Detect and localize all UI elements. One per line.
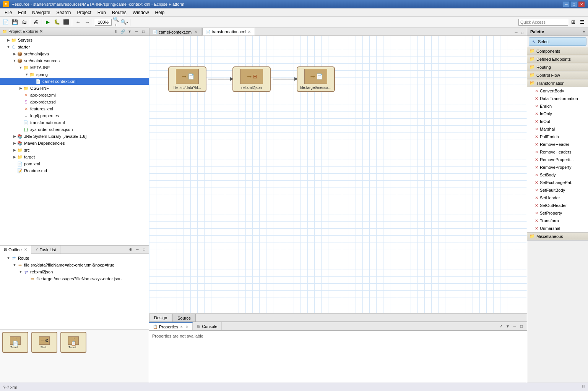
back-button[interactable]: ← <box>74 18 82 26</box>
maximize-panel-button[interactable]: □ <box>140 29 146 35</box>
views-button[interactable]: ☰ <box>578 18 586 26</box>
properties-menu-button[interactable]: ▼ <box>505 323 511 330</box>
tree-item-abc-order-xml[interactable]: ✕ abc-order.xml <box>0 92 149 99</box>
outline-menu-button[interactable]: ⚙ <box>127 247 133 253</box>
zoom-in-button[interactable]: 🔍+ <box>112 18 120 26</box>
outline-close-icon[interactable]: ✕ <box>24 247 27 252</box>
editor-tab-camel-context[interactable]: 📄 camel-context.xml ✕ <box>149 28 201 36</box>
flow-node-1[interactable]: → 📄 file:src/data?fil... <box>168 66 206 92</box>
panel-menu-button[interactable]: ▼ <box>127 29 133 35</box>
palette-item-marshal[interactable]: ✕ Marshal <box>527 125 588 133</box>
properties-maximize-button[interactable]: □ <box>518 323 525 330</box>
palette-item-data-transformation[interactable]: ✕ Data Transformation <box>527 95 588 102</box>
print-button[interactable]: 🖨 <box>32 18 40 26</box>
stop-button[interactable]: ⬛ <box>62 18 70 26</box>
properties-minimize-button[interactable]: ─ <box>512 323 518 330</box>
palette-item-inonly[interactable]: ✕ InOnly <box>527 110 588 118</box>
run-button[interactable]: ▶ <box>44 18 52 26</box>
tree-item-meta-inf[interactable]: ▼ 📁 META-INF <box>0 64 149 71</box>
palette-section-routing-header[interactable]: 📁 Routing <box>527 63 588 71</box>
perspective-button[interactable]: ⊞ <box>569 18 577 26</box>
outline-tab-tasklist[interactable]: ✓ Task List <box>31 246 60 254</box>
forward-button[interactable]: → <box>83 18 91 26</box>
console-tab[interactable]: 🖥 Console <box>193 322 221 330</box>
properties-tab-close[interactable]: ✕ <box>185 325 188 329</box>
palette-item-removeheader[interactable]: ✕ RemoveHeader <box>527 141 588 148</box>
minimize-button[interactable]: ─ <box>563 1 570 7</box>
source-tab[interactable]: Source <box>172 314 196 322</box>
design-tab[interactable]: Design <box>149 314 172 322</box>
link-with-editor-button[interactable]: 🔗 <box>120 29 126 35</box>
palette-section-control-flow-header[interactable]: 📁 Control Flow <box>527 71 588 79</box>
tree-item-target[interactable]: ▶ 📁 target <box>0 153 149 160</box>
editor-maximize-button[interactable]: □ <box>519 29 525 36</box>
palette-item-unmarshal[interactable]: ✕ Unmarshal <box>527 225 588 232</box>
new-button[interactable]: 📄 <box>2 18 10 26</box>
tree-item-xyz-schema[interactable]: { } xyz-order-schema.json <box>0 126 149 133</box>
tree-item-pom[interactable]: 📄 pom.xml <box>0 160 149 167</box>
palette-item-removeproperty[interactable]: ✕ RemoveProperty <box>527 163 588 171</box>
tree-item-log4j[interactable]: ≡ log4j.properties <box>0 112 149 119</box>
palette-item-setoutheader[interactable]: ✕ SetOutHeader <box>527 202 588 209</box>
outline-item-xml2json[interactable]: ▼ ⇄ ref:xml2json <box>0 268 149 275</box>
tree-item-src[interactable]: ▶ 📁 src <box>0 147 149 153</box>
menu-project[interactable]: Project <box>74 8 94 16</box>
zoom-input[interactable]: 100% <box>95 19 112 26</box>
menu-help[interactable]: Help <box>152 8 168 16</box>
tree-item-transformation-xml[interactable]: 📄 transformation.xml <box>0 119 149 126</box>
tree-item-osgi-inf[interactable]: ▶ 📁 OSGI-INF <box>0 85 149 92</box>
tree-item-features-xml[interactable]: ✕ features.xml <box>0 105 149 112</box>
palette-section-defined-endpoints-header[interactable]: 📁 Defined Endpoints <box>527 55 588 63</box>
menu-file[interactable]: File <box>2 8 15 16</box>
properties-export-button[interactable]: ↗ <box>498 323 504 330</box>
palette-section-miscellaneous-header[interactable]: 📁 Miscellaneous <box>527 233 588 240</box>
outline-item-file2[interactable]: ⇒ file:target/messages?fileName=xyz-orde… <box>0 275 149 282</box>
palette-item-removeproperties[interactable]: ✕ RemoveProperti... <box>527 156 588 163</box>
maximize-button[interactable]: □ <box>570 1 577 7</box>
menu-routes[interactable]: Routes <box>109 8 130 16</box>
palette-item-setbody[interactable]: ✕ SetBody <box>527 171 588 179</box>
save-button[interactable]: 💾 <box>11 18 19 26</box>
tree-item-src-main-resources[interactable]: ▼ 📦 src/main/resources <box>0 57 149 64</box>
tree-item-starter[interactable]: ▼ ⬡ starter <box>0 44 149 50</box>
palette-item-convertbody[interactable]: ✕ ConvertBody <box>527 87 588 95</box>
tree-item-abc-order-xsd[interactable]: S abc-order.xsd <box>0 99 149 105</box>
palette-item-removeheaders[interactable]: ✕ RemoveHeaders <box>527 148 588 156</box>
quick-access-input[interactable] <box>518 19 568 26</box>
tree-item-maven[interactable]: ▶ 📚 Maven Dependencies <box>0 140 149 147</box>
editor-tab-transformation[interactable]: 📄 transformation.xml ✕ <box>202 28 255 36</box>
tree-item-readme[interactable]: 📝 Readme.md <box>0 167 149 174</box>
palette-item-setfaultbody[interactable]: ✕ SetFaultBody <box>527 186 588 194</box>
transformation-tab-close[interactable]: ✕ <box>248 30 251 34</box>
palette-item-enrich[interactable]: ✕ Enrich <box>527 102 588 110</box>
tree-item-jre[interactable]: ▶ 📚 JRE System Library [JavaSE-1.6] <box>0 133 149 140</box>
outline-item-route[interactable]: ▼ ⇄ Route <box>0 255 149 262</box>
palette-expand-button[interactable]: » <box>583 29 585 34</box>
palette-item-setproperty[interactable]: ✕ SetProperty <box>527 209 588 217</box>
outline-tab-outline[interactable]: ⊡ Outline ✕ <box>0 246 31 254</box>
tree-item-camel-context[interactable]: 📄 camel-context.xml <box>0 78 149 85</box>
palette-item-pollenrich[interactable]: ✕ PollEnrich <box>527 133 588 141</box>
palette-section-components-header[interactable]: 📁 Components <box>527 47 588 55</box>
canvas-area[interactable]: → 📄 file:src/data?fil... ▶ → ⊞ ref:xml2j… <box>149 36 527 313</box>
menu-edit[interactable]: Edit <box>15 8 29 16</box>
flow-node-3[interactable]: → 📄 file:target/messa... <box>297 66 335 92</box>
flow-node-2[interactable]: → ⊞ ref:xml2json <box>232 66 271 92</box>
palette-item-setexchangepat[interactable]: ✕ SetExchangePat... <box>527 179 588 186</box>
tree-item-src-main-java[interactable]: ▶ 📦 src/main/java <box>0 50 149 57</box>
palette-select-tool[interactable]: ↖ Select <box>529 37 586 46</box>
debug-button[interactable]: 🐛 <box>53 18 61 26</box>
close-button[interactable]: ✕ <box>578 1 585 7</box>
collapse-all-button[interactable]: ⬇ <box>113 29 119 35</box>
outline-item-file1[interactable]: ▼ ⇒ file:src/data?fileName=abc-order.xml… <box>0 262 149 268</box>
menu-search[interactable]: Search <box>53 8 74 16</box>
camel-context-tab-close[interactable]: ✕ <box>194 30 197 34</box>
outline-maximize-button[interactable]: □ <box>141 247 147 253</box>
palette-item-transform[interactable]: ✕ Transform <box>527 217 588 225</box>
palette-item-setheader[interactable]: ✕ SetHeader <box>527 194 588 202</box>
outline-minimize-button[interactable]: ─ <box>134 247 140 253</box>
tree-item-spring[interactable]: ▼ 📁 spring <box>0 71 149 78</box>
properties-tab[interactable]: 📋 Properties 5 ✕ <box>149 322 193 330</box>
save-all-button[interactable]: 🗂 <box>20 18 28 26</box>
palette-section-transformation-header[interactable]: 📂 Transformation <box>527 79 588 87</box>
